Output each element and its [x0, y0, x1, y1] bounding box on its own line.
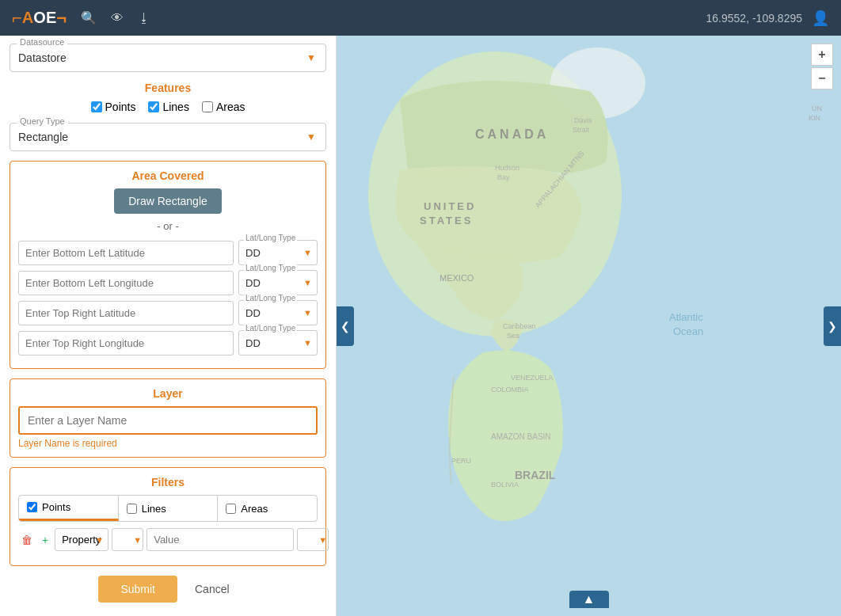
logo-o: O [33, 9, 46, 27]
submit-button[interactable]: Submit [98, 576, 177, 603]
filter-property-select[interactable]: Property [55, 528, 108, 551]
layer-section: Layer Layer Name is required [10, 378, 326, 458]
latlong-type-label-1: Lat/Long Type [244, 234, 297, 242]
filter-tab-points[interactable]: Points [19, 496, 119, 521]
top-right-lat-input[interactable] [18, 301, 234, 325]
bottom-left-lon-latlong: Lat/Long Type DDDMS ▼ [238, 270, 318, 295]
zoom-in-button[interactable]: + [811, 44, 833, 66]
lines-label: Lines [162, 101, 188, 113]
latlong-type-label-3: Lat/Long Type [244, 294, 297, 302]
svg-text:COLOMBIA: COLOMBIA [491, 386, 529, 394]
top-right-lon-latlong: Lat/Long Type DDDMS ▼ [238, 330, 318, 356]
filter-property-wrapper: Property ▼ [55, 528, 108, 551]
scroll-up-icon: ▲ [583, 592, 596, 606]
logo-bracket-left: ⌐ [12, 8, 22, 29]
svg-text:PERU: PERU [451, 457, 471, 465]
area-covered-section: Area Covered Draw Rectangle - or - Lat/L… [10, 161, 326, 369]
bottom-left-lat-latlong-select[interactable]: DDDMS [245, 247, 310, 259]
logo-bracket-right: ¬ [56, 8, 67, 29]
logo-a: A [22, 9, 33, 27]
eye-icon[interactable]: 👁 [111, 11, 124, 25]
query-type-select[interactable]: Rectangle Polygon Point [18, 131, 318, 143]
svg-text:Bay: Bay [497, 173, 510, 181]
map-area: CANADA UNITED STATES APPALACHIAN MTNS ME… [337, 36, 841, 616]
features-title: Features [10, 82, 326, 94]
area-covered-title: Area Covered [18, 169, 318, 182]
top-right-lat-latlong: Lat/Long Type DDDMS ▼ [238, 300, 318, 325]
cancel-button[interactable]: Cancel [187, 576, 238, 603]
top-right-lat-latlong-select[interactable]: DDDMS [245, 307, 310, 319]
areas-checkbox-label[interactable]: Areas [202, 101, 245, 113]
filter-lines-checkbox[interactable] [127, 504, 137, 514]
filter-areas-label: Areas [241, 503, 268, 515]
filter-extra-wrapper: ▼ [297, 528, 329, 551]
datasource-select[interactable]: Datastore [18, 51, 318, 64]
filter-extra-select[interactable] [297, 528, 329, 551]
filter-areas-checkbox[interactable] [226, 504, 236, 514]
features-section: Features Points Lines Areas [10, 82, 326, 113]
map-chevron-right[interactable]: ❯ [824, 306, 841, 346]
action-buttons: Submit Cancel [10, 576, 326, 603]
filter-tab-areas[interactable]: Areas [218, 496, 317, 521]
top-right-lon-latlong-select[interactable]: DDDMS [245, 337, 310, 349]
datasource-label: Datasource [17, 37, 67, 47]
filter-value-input[interactable] [147, 528, 294, 551]
svg-text:UN: UN [812, 105, 822, 112]
filter-delete-button[interactable]: 🗑 [18, 530, 36, 549]
coordinates-display: 16.9552, -109.8295 [706, 12, 802, 25]
filter-tabs: Points Lines Areas [18, 495, 318, 522]
header: ⌐ A O E ¬ 🔍 👁 ⭳ 16.9552, -109.8295 👤 [0, 0, 841, 36]
areas-checkbox[interactable] [202, 101, 213, 112]
map-svg: CANADA UNITED STATES APPALACHIAN MTNS ME… [337, 36, 841, 616]
bottom-left-lon-row: Lat/Long Type DDDMS ▼ [18, 270, 318, 295]
svg-text:UNITED: UNITED [424, 200, 476, 212]
logo-e: E [46, 9, 56, 27]
scroll-up-button[interactable]: ▲ [569, 591, 609, 608]
svg-text:KIN: KIN [809, 114, 820, 122]
top-right-lat-row: Lat/Long Type DDDMS ▼ [18, 300, 318, 325]
points-label: Points [105, 101, 136, 113]
logo: ⌐ A O E ¬ [12, 8, 67, 29]
user-icon[interactable]: 👤 [812, 10, 829, 27]
layer-title: Layer [18, 387, 318, 400]
zoom-out-button[interactable]: − [811, 67, 833, 89]
bottom-left-lat-input[interactable] [18, 241, 234, 265]
draw-rectangle-button[interactable]: Draw Rectangle [114, 188, 222, 214]
latlong-type-label-4: Lat/Long Type [244, 324, 297, 333]
lines-checkbox[interactable] [148, 101, 159, 112]
lines-checkbox-label[interactable]: Lines [148, 101, 188, 113]
main: Datasource Datastore ▼ Features Points L… [0, 36, 841, 616]
top-right-lon-input[interactable] [18, 331, 234, 356]
bottom-left-lon-input[interactable] [18, 271, 234, 295]
svg-text:BOLIVIA: BOLIVIA [491, 481, 519, 489]
chevron-right-icon: ❯ [828, 320, 837, 333]
svg-text:Caribbean: Caribbean [503, 322, 536, 330]
svg-text:BRAZIL: BRAZIL [515, 469, 556, 481]
map-chevron-left[interactable]: ❮ [337, 306, 354, 346]
filter-tab-lines[interactable]: Lines [119, 496, 219, 521]
svg-text:MEXICO: MEXICO [440, 273, 474, 283]
filters-title: Filters [18, 476, 318, 489]
filter-add-button[interactable]: + [39, 530, 51, 549]
query-type-select-wrapper[interactable]: Rectangle Polygon Point ▼ [18, 130, 318, 144]
filter-op-select[interactable] [112, 528, 143, 551]
svg-text:Sea: Sea [507, 332, 519, 340]
points-checkbox-label[interactable]: Points [91, 101, 136, 113]
bottom-left-lat-row: Lat/Long Type DDDMS ▼ [18, 240, 318, 265]
datasource-select-wrapper[interactable]: Datastore ▼ [18, 51, 318, 65]
filter-op-wrapper: ▼ [112, 528, 143, 551]
filter-lines-label: Lines [142, 503, 166, 515]
filter-row: 🗑 + Property ▼ ▼ [18, 528, 318, 551]
filter-points-checkbox[interactable] [27, 502, 37, 512]
svg-text:VENEZUELA: VENEZUELA [511, 374, 554, 382]
search-icon[interactable]: 🔍 [81, 10, 97, 25]
download-icon[interactable]: ⭳ [138, 11, 150, 25]
features-checkboxes: Points Lines Areas [10, 101, 326, 113]
query-type-label: Query Type [17, 116, 68, 126]
layer-name-input[interactable] [18, 406, 318, 435]
bottom-left-lon-latlong-select[interactable]: DDDMS [245, 277, 310, 289]
svg-text:CANADA: CANADA [475, 127, 549, 141]
points-checkbox[interactable] [91, 101, 102, 112]
top-right-lon-row: Lat/Long Type DDDMS ▼ [18, 330, 318, 356]
svg-text:AMAZON BASIN: AMAZON BASIN [491, 432, 551, 441]
